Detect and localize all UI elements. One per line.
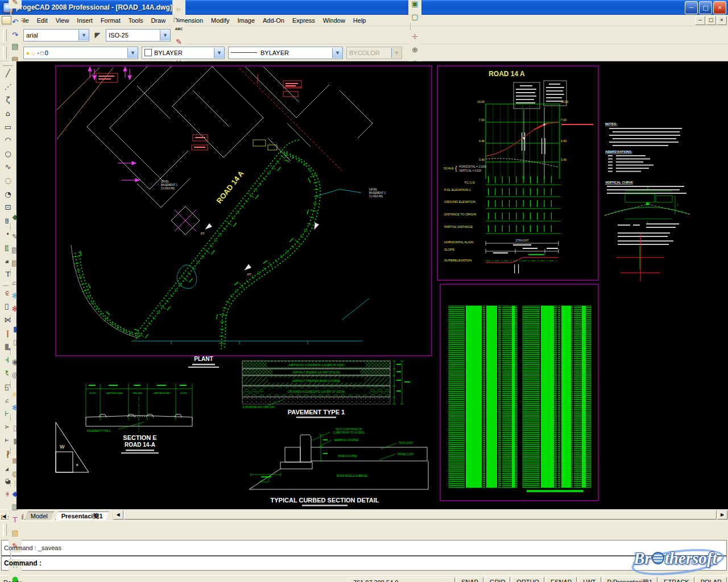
text-style-flag-button[interactable]: ◤ (91, 28, 104, 41)
color-combobox[interactable]: BYLAYER ▼ (142, 47, 225, 59)
chevron-down-icon[interactable]: ▼ (127, 48, 138, 58)
section-dim-lines (86, 384, 192, 421)
slope-value-bars (493, 248, 558, 253)
menu-format[interactable]: Format (97, 16, 125, 25)
section-e: PLANT SDWK CARRIAGE (56, 356, 219, 472)
polygon-button[interactable]: ⌂ (1, 107, 15, 120)
menu-view[interactable]: View (52, 16, 73, 25)
tab-presentaci1[interactable]: Presentaci簡1 (55, 512, 109, 520)
scroll-right-icon[interactable]: ▶ (717, 510, 727, 519)
linetype-combobox[interactable]: BYLAYER ▼ (228, 47, 343, 59)
chevron-down-icon[interactable]: ▼ (332, 48, 342, 58)
zoom-button[interactable]: ⊕ (408, 43, 421, 56)
polyline-button[interactable]: ζ (1, 93, 15, 107)
toolbar-grip[interactable] (3, 29, 7, 41)
scroll-left-icon[interactable]: ◀ (113, 510, 123, 519)
drawing-canvas[interactable]: FT FT LEVEL BASEMENT 1 CJ.00(3.86) (16, 61, 728, 509)
svg-text:10.00: 10.00 (477, 100, 485, 103)
status-toggle-ppresentaci1[interactable]: P:Presentaci簡1 (602, 577, 657, 582)
mdi-restore-button[interactable]: ▢ (706, 16, 716, 25)
svg-text:SDWK: SDWK (89, 392, 97, 394)
status-toggle-ortho[interactable]: ORTHO (511, 577, 544, 582)
mdi-close-button[interactable]: × (717, 16, 727, 25)
horizontal-scrollbar[interactable]: ◀ ▶ (113, 510, 728, 520)
layer-combobox[interactable]: ●☼▪□ 0 ▼ (23, 47, 138, 59)
status-toggle-grid[interactable]: GRID (485, 577, 511, 582)
quick-select-alt-button[interactable]: ▹ (172, 2, 185, 15)
match-properties-button[interactable]: ✎ (9, 0, 22, 9)
status-toggle-polar[interactable]: POLAR (696, 577, 727, 582)
toolbar-separator (10, 348, 11, 355)
svg-text:PRIME COAT: PRIME COAT (398, 453, 413, 456)
tab-nav-first-button[interactable]: |◀ (1, 513, 6, 519)
section-road-outline (86, 414, 192, 426)
plant-label: PLANT (194, 356, 213, 362)
send-to-back-button[interactable]: ▢ (408, 10, 421, 23)
command-input[interactable]: Command : (2, 556, 726, 570)
status-toggle-esnap[interactable]: ESNAP (545, 577, 577, 582)
menu-help[interactable]: Help (349, 16, 370, 25)
bring-to-front-button[interactable]: ▣ (408, 0, 421, 10)
curb-title: TYPICAL CURBED SECTION DETAIL (271, 497, 379, 504)
cad-drawing: FT FT LEVEL BASEMENT 1 CJ.00(3.86) (16, 61, 728, 509)
profile-viewport: ROAD 14 A (437, 66, 598, 280)
chevron-down-icon[interactable]: ▼ (214, 48, 224, 58)
open-folder-button[interactable]: ▤ (9, 526, 22, 539)
spline-button[interactable]: ∿ (1, 160, 15, 174)
menu-modify[interactable]: Modify (207, 16, 233, 25)
menu-insert[interactable]: Insert (73, 16, 97, 25)
svg-text:CARRIAGEWAY: CARRIAGEWAY (106, 392, 123, 394)
curb-dims (251, 435, 322, 482)
status-toggle-lwt[interactable]: LWT (578, 577, 601, 582)
dimstyle-combobox[interactable]: ISO-25 ▼ (106, 29, 171, 41)
svg-text:3.40: 3.40 (561, 158, 566, 161)
circle-button[interactable]: ○ (1, 147, 15, 161)
toolbar-grip[interactable] (3, 47, 7, 59)
spell-check-button[interactable]: ABC (172, 22, 185, 35)
mdi-minimize-button[interactable]: ─ (695, 16, 705, 25)
properties-toolbar: ▤▤ ●☼▪□ 0 ▼ BYLAYER ▼ BYLAYER ▼ BYCOLOR … (0, 44, 728, 61)
profile-title: ROAD 14 A (489, 70, 525, 78)
document-icon[interactable] (2, 16, 11, 24)
rectangle-button[interactable]: ▭ (1, 120, 15, 134)
application-window: progeCAD 2008 Professional - [ROAD_14A.d… (0, 0, 728, 582)
status-toggle-etrack[interactable]: ETRACK (659, 577, 694, 582)
arc-button[interactable]: ◠ (1, 134, 15, 147)
layers-button[interactable]: ▤ (9, 40, 22, 53)
ellipse-button[interactable]: ◌ (1, 174, 15, 188)
menu-window[interactable]: Window (319, 16, 349, 25)
toolbar-grip[interactable] (3, 523, 7, 536)
toolbar-separator (10, 315, 11, 322)
status-toggle-snap[interactable]: SNAP (456, 577, 483, 582)
tab-model[interactable]: Model (24, 512, 54, 520)
font-combobox[interactable]: arial ▼ (23, 29, 89, 41)
svg-text:ASPHALTIC CONCRETE (LAYER OF 5: ASPHALTIC CONCRETE (LAYER OF 5CM) (288, 363, 344, 367)
minimize-button[interactable]: ─ (685, 1, 698, 14)
menu-image[interactable]: Image (233, 16, 259, 25)
menu-draw[interactable]: Draw (147, 16, 169, 25)
pan-button[interactable]: ✛ (408, 30, 421, 43)
menu-addon[interactable]: Add-On (259, 16, 288, 25)
close-button[interactable]: × (713, 1, 726, 14)
red-label-boxes (96, 73, 301, 150)
curb-arc-white (71, 245, 139, 338)
svg-text:3.40: 3.40 (479, 158, 485, 161)
menu-tools[interactable]: Tools (125, 16, 147, 25)
svg-text:BASEMENT 1: BASEMENT 1 (161, 184, 177, 186)
text-style-2-button[interactable]: T (9, 513, 22, 526)
chevron-down-icon[interactable]: ▼ (78, 30, 89, 40)
quick-select-alt-icon: ▹ (177, 5, 181, 13)
ellipse-arc-button[interactable]: ◔ (1, 187, 15, 201)
scrollbar-thumb[interactable] (124, 510, 717, 519)
menu-edit[interactable]: Edit (33, 16, 52, 25)
menu-express[interactable]: Express (288, 16, 319, 25)
toolbar-separator (10, 269, 11, 276)
toolbar-grip[interactable] (3, 63, 13, 66)
table-block-b (523, 306, 591, 488)
pan-icon: ✛ (412, 32, 418, 41)
line-button[interactable]: ╱ (1, 66, 15, 80)
level-label-1: LEVEL BASEMENT 1 CJ.00(3.86) (161, 180, 177, 190)
maximize-button[interactable]: ▢ (699, 1, 712, 14)
construction-line-button[interactable]: ⋰ (1, 80, 15, 94)
chevron-down-icon[interactable]: ▼ (160, 30, 170, 40)
